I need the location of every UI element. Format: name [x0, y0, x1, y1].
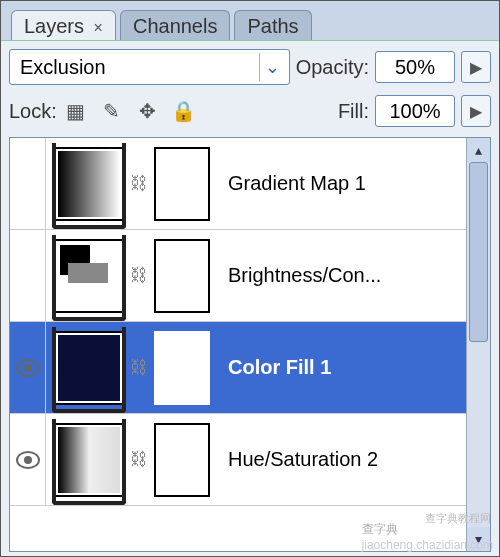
visibility-toggle[interactable]: [10, 138, 46, 229]
fill-slider-button[interactable]: ▶: [461, 95, 491, 127]
opacity-value: 50%: [395, 56, 435, 79]
layer-thumbnail[interactable]: [54, 239, 124, 313]
link-icon[interactable]: ⛓: [130, 357, 148, 378]
blend-opacity-row: Exclusion ⌄ Opacity: 50% ▶: [9, 49, 491, 85]
layer-thumbnail[interactable]: [54, 331, 124, 405]
scroll-thumb[interactable]: [469, 162, 488, 342]
layer-mask[interactable]: [154, 239, 210, 313]
layer-row[interactable]: ⛓ Color Fill 1: [10, 322, 466, 414]
opacity-input[interactable]: 50%: [375, 51, 455, 83]
layer-mask[interactable]: [154, 423, 210, 497]
tab-channels[interactable]: Channels: [120, 10, 231, 40]
layer-name[interactable]: Color Fill 1: [228, 356, 331, 379]
blend-mode-select[interactable]: Exclusion ⌄: [9, 49, 290, 85]
tab-strip: Layers × Channels Paths: [1, 1, 499, 41]
lock-position-icon[interactable]: ✥: [135, 98, 161, 124]
lock-fill-row: Lock: ▦ ✎ ✥ 🔒 Fill: 100% ▶: [9, 95, 491, 127]
layers-panel: Exclusion ⌄ Opacity: 50% ▶ Lock: ▦ ✎ ✥ 🔒…: [1, 41, 499, 556]
watermark-bottom-1: 查字典: [362, 522, 398, 536]
scrollbar[interactable]: ▴ ▾: [466, 138, 490, 551]
close-icon[interactable]: ×: [94, 19, 103, 36]
layer-mask[interactable]: [154, 147, 210, 221]
layer-name[interactable]: Brightness/Con...: [228, 264, 381, 287]
tab-label: Channels: [133, 15, 218, 37]
lock-paint-icon[interactable]: ✎: [99, 98, 125, 124]
lock-label: Lock:: [9, 100, 57, 123]
visibility-toggle[interactable]: [10, 322, 46, 413]
link-icon[interactable]: ⛓: [130, 173, 148, 194]
layer-thumbnail[interactable]: [54, 423, 124, 497]
layer-row[interactable]: ⛓ Brightness/Con...: [10, 230, 466, 322]
tab-layers[interactable]: Layers ×: [11, 10, 116, 40]
opacity-label: Opacity:: [296, 56, 369, 79]
blend-mode-value: Exclusion: [20, 56, 106, 79]
lock-all-icon[interactable]: 🔒: [171, 98, 197, 124]
tab-paths[interactable]: Paths: [234, 10, 311, 40]
layer-row[interactable]: ⛓ Gradient Map 1: [10, 138, 466, 230]
eye-icon: [16, 451, 40, 469]
layer-row[interactable]: ⛓ Hue/Saturation 2: [10, 414, 466, 506]
tab-label: Paths: [247, 15, 298, 37]
lock-icons: ▦ ✎ ✥ 🔒: [63, 98, 197, 124]
watermark-bottom: 查字典 jiaocheng.chazidian.com: [362, 521, 493, 552]
layer-thumbnail[interactable]: [54, 147, 124, 221]
fill-label: Fill:: [338, 100, 369, 123]
scroll-up-icon[interactable]: ▴: [467, 138, 490, 162]
opacity-slider-button[interactable]: ▶: [461, 51, 491, 83]
watermark-bottom-2: jiaocheng.chazidian.com: [362, 538, 493, 552]
layer-mask[interactable]: [154, 331, 210, 405]
fill-input[interactable]: 100%: [375, 95, 455, 127]
fill-value: 100%: [389, 100, 440, 123]
lock-transparency-icon[interactable]: ▦: [63, 98, 89, 124]
layer-name[interactable]: Hue/Saturation 2: [228, 448, 378, 471]
layer-name[interactable]: Gradient Map 1: [228, 172, 366, 195]
chevron-down-icon[interactable]: ⌄: [259, 53, 285, 81]
visibility-toggle[interactable]: [10, 230, 46, 321]
visibility-toggle[interactable]: [10, 414, 46, 505]
link-icon[interactable]: ⛓: [130, 449, 148, 470]
layers-list: ⛓ Gradient Map 1 ⛓ Brightness/Con...: [9, 137, 491, 552]
link-icon[interactable]: ⛓: [130, 265, 148, 286]
layers-scroll: ⛓ Gradient Map 1 ⛓ Brightness/Con...: [10, 138, 466, 551]
tab-label: Layers: [24, 15, 84, 37]
eye-icon: [16, 359, 40, 377]
